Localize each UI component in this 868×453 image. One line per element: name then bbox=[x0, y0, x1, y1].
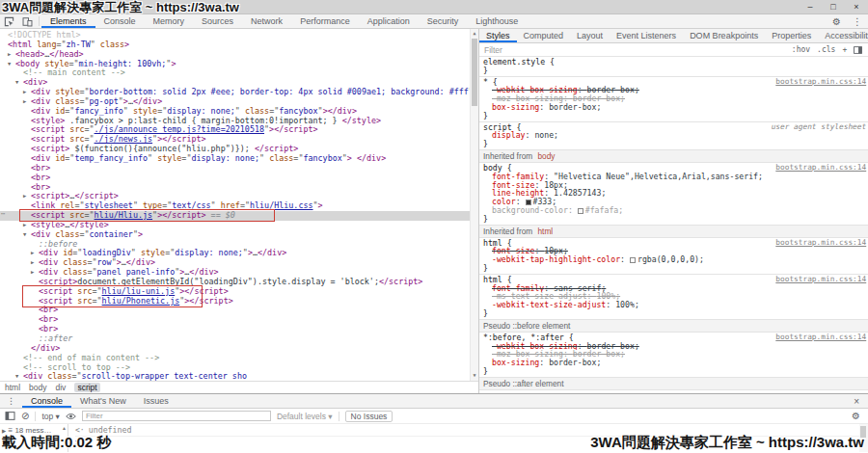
tab-application[interactable]: Application bbox=[359, 14, 419, 28]
window-minimize-button[interactable]: – bbox=[799, 0, 822, 14]
css-property-name[interactable]: color bbox=[492, 198, 516, 206]
dom-tree-line[interactable]: <br> bbox=[0, 306, 478, 315]
css-property[interactable]: -moz-box-sizing: border-box; bbox=[483, 94, 866, 103]
issues-counter[interactable]: No Issues bbox=[345, 411, 393, 422]
collapsed-arrow-icon[interactable]: ▶ bbox=[31, 258, 39, 268]
dom-tree-line[interactable]: <!-- main content --> bbox=[0, 68, 478, 78]
tab-console[interactable]: Console bbox=[95, 14, 145, 28]
console-sidebar-toggle-icon[interactable] bbox=[5, 412, 15, 420]
color-swatch[interactable] bbox=[630, 257, 636, 263]
dom-tree-line[interactable]: ▼<div class="scroll-top-wrapper text-cen… bbox=[0, 372, 478, 381]
css-property-name[interactable]: -webkit-box-sizing bbox=[492, 86, 578, 94]
elements-scrollbar[interactable]: ▲ ▼ bbox=[470, 29, 478, 381]
dom-tree-line[interactable]: ▼<body style="min-height: 100vh;"> bbox=[0, 60, 478, 69]
tab-performance[interactable]: Performance bbox=[291, 14, 359, 28]
styles-filter-input[interactable] bbox=[484, 45, 658, 55]
dom-tree-line[interactable]: <div id="fancy_info" style="display: non… bbox=[0, 107, 478, 117]
css-property[interactable]: -webkit-tap-highlight-color: rgba(0,0,0,… bbox=[483, 255, 866, 264]
css-property-name[interactable]: line-height bbox=[492, 189, 544, 198]
rule-selector[interactable]: html { bbox=[483, 238, 512, 248]
dom-tree-line[interactable]: <!DOCTYPE html> bbox=[0, 31, 478, 40]
css-property[interactable]: display: none; bbox=[483, 131, 866, 140]
rule-selector[interactable]: html { bbox=[483, 275, 512, 284]
new-style-rule-button[interactable]: + bbox=[842, 45, 847, 54]
collapsed-arrow-icon[interactable]: ▶ bbox=[31, 268, 39, 278]
tab-event-listeners[interactable]: Event Listeners bbox=[610, 29, 683, 42]
css-property-name[interactable]: -moz-box-sizing bbox=[492, 350, 563, 359]
color-swatch[interactable] bbox=[526, 200, 531, 205]
collapsed-arrow-icon[interactable]: ▶ bbox=[23, 221, 31, 230]
settings-gear-icon[interactable]: ⚙ bbox=[827, 16, 847, 27]
more-options-icon[interactable]: ⋮ bbox=[847, 16, 868, 27]
tab-lighthouse[interactable]: Lighthouse bbox=[467, 14, 527, 28]
inspect-element-icon[interactable] bbox=[0, 14, 18, 28]
tab-memory[interactable]: Memory bbox=[145, 14, 194, 28]
tab-security[interactable]: Security bbox=[419, 14, 468, 28]
window-close-button[interactable]: × bbox=[845, 0, 868, 14]
css-property[interactable]: -webkit-box-sizing: border-box; bbox=[483, 86, 866, 94]
tab-network[interactable]: Network bbox=[242, 14, 291, 28]
console-settings-gear-icon[interactable]: ⚙ bbox=[852, 411, 863, 421]
breadcrumb-item-body[interactable]: body bbox=[29, 383, 46, 392]
console-filter-input[interactable] bbox=[82, 411, 271, 421]
dom-tree-line[interactable]: <style> .fancybox > p:last-child { margi… bbox=[0, 117, 478, 126]
dom-tree-line[interactable]: ▶<script>…</script> bbox=[0, 192, 478, 201]
stylesheet-link[interactable]: bootstrap.min.css:14 bbox=[775, 164, 866, 173]
rule-selector[interactable]: element.style { bbox=[483, 57, 555, 67]
dom-tree-line[interactable]: ▶<style>…</style> bbox=[0, 221, 478, 230]
css-property-name[interactable]: display bbox=[492, 131, 526, 140]
css-property[interactable]: -ms-text-size-adjust: 100%; bbox=[483, 292, 866, 301]
log-levels-dropdown[interactable]: Default levels ▾ bbox=[277, 412, 333, 421]
css-property-value[interactable]: border-box bbox=[587, 86, 635, 94]
sidebar-layout-icon[interactable] bbox=[854, 46, 862, 54]
css-property-value[interactable]: 18px bbox=[544, 181, 563, 190]
execution-context-selector[interactable]: top ▾ bbox=[41, 412, 59, 421]
dom-tree-line[interactable]: ▶<head>…</head> bbox=[0, 50, 478, 60]
css-property[interactable]: font-size: 10px; bbox=[483, 247, 866, 255]
css-property-value[interactable]: #333 bbox=[533, 198, 553, 206]
css-property-value[interactable]: #fafafa bbox=[585, 206, 619, 215]
device-toolbar-icon[interactable] bbox=[18, 14, 37, 28]
tab-properties[interactable]: Properties bbox=[765, 29, 818, 42]
inherited-node-link[interactable]: html bbox=[538, 226, 554, 236]
dom-tree-line[interactable]: <div id="temp_fancy_info" style="display… bbox=[0, 154, 478, 164]
css-property[interactable]: background-color: #fafafa; bbox=[483, 206, 866, 215]
expanded-arrow-icon[interactable]: ▼ bbox=[23, 230, 31, 240]
scroll-up-icon[interactable]: ▲ bbox=[471, 29, 478, 39]
rule-selector[interactable]: body { bbox=[483, 163, 512, 173]
dom-tree-line[interactable]: <script src="hliu/liu-uni.js"></script> bbox=[0, 287, 478, 297]
dom-tree-line[interactable]: <html lang="zh-TW" class> bbox=[0, 40, 478, 50]
dom-tree-line[interactable]: ▼<div class="container"> bbox=[0, 230, 478, 240]
dom-tree-line[interactable]: <script> $(function(){announce("hliu.php… bbox=[0, 145, 478, 154]
dom-tree-line[interactable]: <link rel="stylesheet" type="text/css" h… bbox=[0, 201, 478, 211]
dom-tree-line[interactable]: ▶<div class="pg-opt">…</div> bbox=[0, 97, 478, 107]
tab-dom-breakpoints[interactable]: DOM Breakpoints bbox=[683, 29, 765, 42]
breadcrumb-item-html[interactable]: html bbox=[5, 383, 20, 392]
rule-selector[interactable]: *:before, *:after { bbox=[483, 333, 574, 342]
dom-tree-line[interactable]: </div> bbox=[0, 344, 478, 354]
css-property-value[interactable]: rgba(0,0,0,0) bbox=[637, 255, 699, 264]
css-property-name[interactable]: box-sizing bbox=[492, 359, 539, 367]
dom-tree-line-selected[interactable]: <script src="hliu/Hliu.js"></script> == … bbox=[0, 211, 478, 221]
css-property-value[interactable]: border-box bbox=[587, 342, 635, 351]
css-property-value[interactable]: 10px bbox=[544, 247, 563, 255]
drawer-tab-issues[interactable]: Issues bbox=[135, 394, 177, 408]
css-property[interactable]: color: #333; bbox=[483, 198, 866, 206]
dom-tree-line[interactable]: <!-- end of main content --> bbox=[0, 354, 478, 363]
stylesheet-link[interactable]: bootstrap.min.css:14 bbox=[775, 239, 866, 248]
css-property-name[interactable]: -moz-box-sizing bbox=[492, 94, 563, 103]
css-property-value[interactable]: border-box bbox=[549, 359, 596, 367]
dom-tree-line[interactable]: <!-- scroll to top --> bbox=[0, 363, 478, 373]
css-property-value[interactable]: border-box bbox=[549, 103, 596, 112]
css-property-value[interactable]: 100% bbox=[596, 292, 615, 301]
css-property-value[interactable]: 100% bbox=[615, 301, 635, 309]
css-property-value[interactable]: sans-serif bbox=[554, 284, 601, 293]
dom-tree-line[interactable]: <script src="./js/news.js"></script> bbox=[0, 135, 478, 145]
css-property-name[interactable]: background-color bbox=[492, 206, 568, 215]
css-property[interactable]: box-sizing: border-box; bbox=[483, 103, 866, 112]
tab-accessibility[interactable]: Accessibility bbox=[818, 29, 868, 42]
dom-tree-line[interactable]: <script>document.getElementById("loading… bbox=[0, 278, 478, 287]
scroll-up-icon[interactable]: ▲ bbox=[62, 425, 67, 431]
scroll-down-icon[interactable]: ▼ bbox=[471, 371, 478, 381]
css-property-name[interactable]: font-size bbox=[492, 181, 534, 190]
